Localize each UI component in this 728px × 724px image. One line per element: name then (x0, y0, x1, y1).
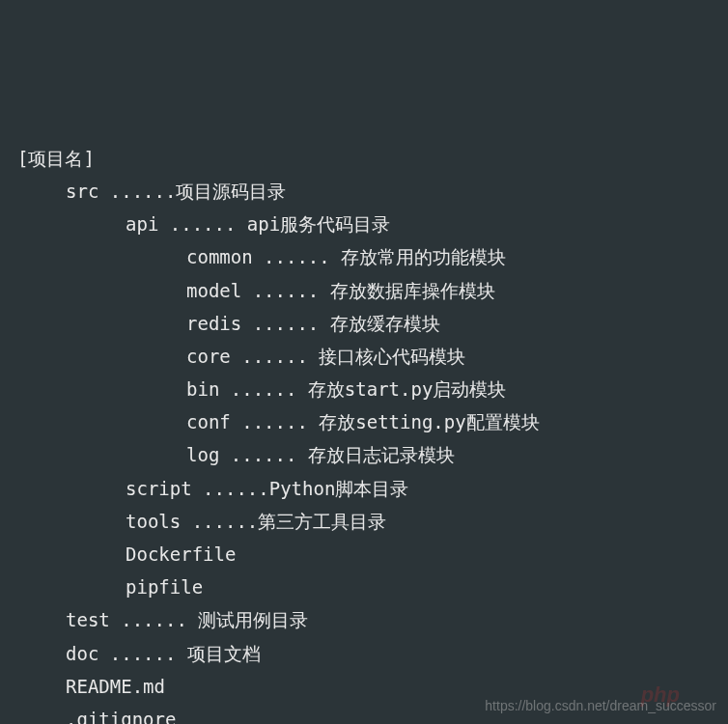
tree-line: script ......Python脚本目录 (17, 472, 711, 505)
directory-tree: [项目名]src ......项目源码目录api ...... api服务代码目… (17, 142, 711, 724)
tree-line: core ...... 接口核心代码模块 (17, 340, 711, 373)
tree-line: redis ...... 存放缓存模块 (17, 307, 711, 340)
tree-line: Dockerfile (17, 538, 711, 571)
tree-line: doc ...... 项目文档 (17, 637, 711, 670)
tree-line: conf ...... 存放setting.py配置模块 (17, 405, 711, 438)
tree-line: test ...... 测试用例目录 (17, 603, 711, 636)
tree-line: common ...... 存放常用的功能模块 (17, 240, 711, 273)
tree-line: log ...... 存放日志记录模块 (17, 438, 711, 471)
tree-line: api ...... api服务代码目录 (17, 208, 711, 240)
tree-line: src ......项目源码目录 (17, 175, 711, 208)
watermark-text: https://blog.csdn.net/dream_successor (485, 694, 716, 718)
tree-line: bin ...... 存放start.py启动模块 (17, 373, 711, 405)
tree-line: model ...... 存放数据库操作模块 (17, 274, 711, 307)
tree-line: [项目名] (17, 142, 711, 175)
tree-line: pipfile (17, 571, 711, 603)
tree-line: tools ......第三方工具目录 (17, 505, 711, 538)
